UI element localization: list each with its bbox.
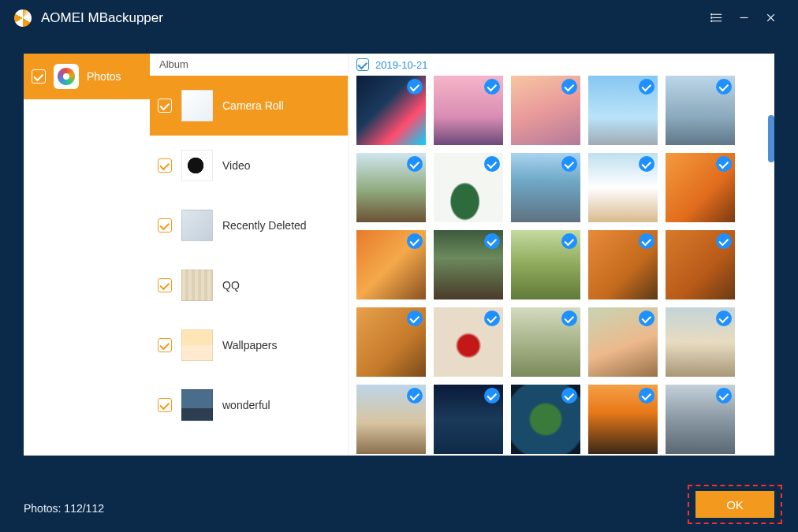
photo-thumb[interactable]: [666, 76, 735, 145]
photo-thumb[interactable]: [356, 385, 426, 454]
check-icon[interactable]: [639, 388, 654, 404]
album-checkbox[interactable]: [158, 398, 172, 412]
album-item-3[interactable]: QQ: [150, 255, 348, 315]
svg-point-3: [710, 14, 711, 15]
photo-thumb[interactable]: [588, 230, 658, 299]
titlebar: AOMEI MBackupper: [0, 0, 798, 35]
check-icon[interactable]: [716, 311, 732, 326]
category-label: Photos: [87, 70, 121, 83]
check-icon[interactable]: [484, 79, 500, 95]
category-column: Photos: [24, 54, 150, 456]
check-icon[interactable]: [484, 233, 500, 249]
check-icon[interactable]: [561, 79, 577, 95]
photo-thumb[interactable]: [511, 153, 580, 222]
photo-grid: [356, 76, 766, 456]
check-icon[interactable]: [716, 156, 732, 172]
close-button[interactable]: [757, 5, 784, 32]
svg-point-5: [710, 20, 711, 21]
svg-point-4: [710, 17, 711, 18]
ok-button[interactable]: OK: [695, 491, 774, 518]
check-icon[interactable]: [407, 156, 423, 172]
album-checkbox[interactable]: [158, 158, 172, 173]
photo-thumb[interactable]: [356, 76, 426, 145]
album-thumbnail: [181, 90, 213, 121]
scrollbar-thumb[interactable]: [768, 115, 774, 162]
photo-thumb[interactable]: [588, 153, 658, 222]
category-photos[interactable]: Photos: [24, 54, 150, 99]
photo-thumb[interactable]: [511, 230, 580, 299]
photo-thumb[interactable]: [588, 76, 658, 145]
album-item-4[interactable]: Wallpapers: [150, 315, 348, 375]
photo-thumb[interactable]: [434, 230, 503, 299]
album-checkbox[interactable]: [158, 99, 172, 113]
photo-thumb[interactable]: [356, 230, 426, 299]
check-icon[interactable]: [484, 311, 500, 326]
check-icon[interactable]: [716, 388, 732, 404]
photo-thumb[interactable]: [588, 307, 658, 377]
album-item-5[interactable]: wonderful: [150, 375, 348, 435]
check-icon[interactable]: [716, 79, 732, 95]
date-group-header[interactable]: 2019-10-21: [356, 58, 766, 71]
photo-thumb[interactable]: [666, 230, 735, 299]
album-checkbox[interactable]: [158, 218, 172, 233]
photo-thumb[interactable]: [434, 153, 503, 222]
menu-list-icon[interactable]: [703, 5, 730, 32]
album-thumbnail: [181, 150, 213, 181]
album-thumbnail: [181, 210, 213, 241]
check-icon[interactable]: [716, 233, 732, 249]
album-label: Camera Roll: [222, 99, 284, 112]
album-label: Recently Deleted: [222, 219, 307, 232]
album-column: Album Camera RollVideoRecently DeletedQQ…: [150, 54, 349, 456]
album-thumbnail: [181, 270, 213, 301]
minimize-button[interactable]: [730, 5, 757, 32]
photo-count-label: Photos: 112/112: [24, 502, 104, 515]
date-label: 2019-10-21: [375, 59, 428, 71]
photo-thumb[interactable]: [666, 153, 735, 222]
album-label: Wallpapers: [222, 339, 278, 352]
photo-thumb[interactable]: [356, 153, 426, 222]
check-icon[interactable]: [561, 388, 577, 404]
check-icon[interactable]: [561, 233, 577, 249]
album-label: Video: [222, 159, 251, 172]
check-icon[interactable]: [561, 156, 577, 172]
album-checkbox[interactable]: [158, 278, 172, 292]
photo-thumb[interactable]: [434, 76, 503, 145]
photo-thumb[interactable]: [666, 307, 735, 377]
photo-thumb[interactable]: [511, 307, 580, 377]
album-list: Camera RollVideoRecently DeletedQQWallpa…: [150, 76, 348, 456]
album-label: QQ: [222, 279, 240, 292]
date-checkbox[interactable]: [356, 58, 369, 71]
photo-thumb[interactable]: [511, 385, 580, 454]
album-thumbnail: [181, 329, 213, 361]
photo-thumb[interactable]: [434, 385, 503, 454]
album-thumbnail: [181, 389, 213, 421]
check-icon[interactable]: [639, 79, 654, 95]
check-icon[interactable]: [484, 156, 500, 172]
check-icon[interactable]: [639, 233, 654, 249]
album-item-0[interactable]: Camera Roll: [150, 76, 348, 136]
album-checkbox[interactable]: [158, 338, 172, 352]
category-checkbox[interactable]: [32, 69, 46, 84]
check-icon[interactable]: [561, 311, 577, 326]
check-icon[interactable]: [639, 156, 654, 172]
photo-thumb[interactable]: [588, 385, 658, 454]
ok-highlight: OK: [688, 485, 782, 524]
photo-thumb[interactable]: [434, 307, 503, 377]
app-logo-icon: [14, 9, 32, 27]
photo-grid-panel: 2019-10-21: [349, 54, 774, 456]
check-icon[interactable]: [484, 388, 500, 404]
check-icon[interactable]: [407, 388, 423, 404]
check-icon[interactable]: [407, 79, 423, 95]
check-icon[interactable]: [639, 311, 654, 326]
check-icon[interactable]: [407, 311, 423, 326]
album-item-2[interactable]: Recently Deleted: [150, 195, 348, 255]
photo-thumb[interactable]: [666, 385, 735, 454]
album-label: wonderful: [222, 399, 270, 411]
photo-thumb[interactable]: [356, 307, 426, 377]
check-icon[interactable]: [407, 233, 423, 249]
app-title: AOMEI MBackupper: [41, 10, 163, 26]
album-header: Album: [150, 54, 348, 76]
album-item-1[interactable]: Video: [150, 136, 348, 195]
photo-thumb[interactable]: [511, 76, 580, 145]
photos-app-icon: [54, 64, 79, 89]
